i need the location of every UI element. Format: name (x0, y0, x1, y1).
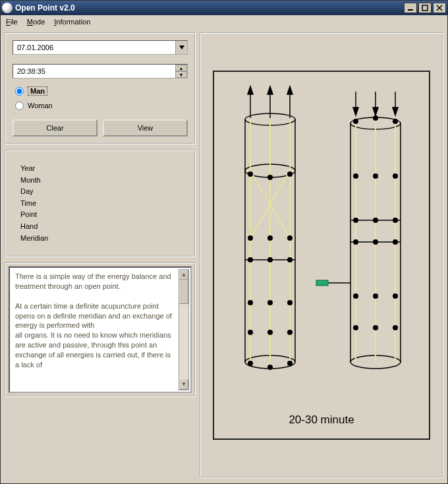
description-panel: There is a simple way of the energy bala… (5, 262, 196, 397)
info-list: Year Month Day Time Point Hand Meridian (13, 158, 188, 249)
close-icon (436, 5, 443, 11)
svg-marker-43 (373, 107, 378, 115)
menu-information[interactable]: Information (54, 18, 90, 26)
svg-point-56 (373, 115, 378, 121)
view-button[interactable]: View (103, 119, 188, 136)
scroll-thumb[interactable] (179, 280, 188, 304)
svg-point-72 (393, 325, 398, 330)
svg-point-62 (373, 218, 378, 223)
svg-point-37 (248, 361, 253, 366)
svg-point-22 (248, 171, 253, 177)
svg-point-61 (353, 218, 358, 223)
info-year: Year (20, 163, 180, 175)
left-column: 07.01.2006 20:38:35 ▲ ▼ Man (5, 32, 196, 478)
svg-point-71 (373, 325, 378, 330)
svg-point-67 (353, 293, 358, 299)
svg-point-35 (267, 330, 273, 335)
app-window: Open Point v2.0 File Mode Information 07… (0, 0, 448, 484)
time-spin-up[interactable]: ▲ (175, 65, 187, 71)
svg-point-30 (287, 257, 293, 262)
scroll-down-button[interactable]: ▼ (179, 379, 188, 390)
svg-marker-45 (393, 107, 398, 115)
radio-man-label: Man (28, 86, 47, 96)
radio-woman-row[interactable]: Woman (15, 100, 188, 111)
description-text: There is a simple way of the energy bala… (15, 272, 176, 369)
description-textbox[interactable]: There is a simple way of the energy bala… (9, 266, 192, 393)
info-time: Time (20, 198, 180, 210)
svg-point-39 (287, 361, 293, 366)
radio-woman[interactable] (15, 102, 24, 110)
svg-point-57 (393, 119, 398, 124)
app-icon (2, 3, 13, 13)
scroll-track[interactable] (179, 280, 188, 379)
radio-man-row[interactable]: Man (15, 85, 188, 97)
minimize-button[interactable] (404, 3, 417, 13)
svg-point-34 (248, 330, 253, 335)
maximize-button[interactable] (418, 3, 432, 13)
svg-point-66 (393, 239, 398, 245)
window-title: Open Point v2.0 (15, 3, 404, 13)
menu-mode[interactable]: Mode (27, 18, 45, 26)
svg-rect-74 (316, 280, 328, 286)
svg-point-26 (267, 235, 273, 241)
svg-rect-1 (422, 5, 428, 11)
diagram-frame: 20-30 minute (213, 71, 430, 440)
time-spin-down[interactable]: ▼ (175, 71, 187, 78)
svg-marker-10 (287, 86, 293, 94)
svg-point-63 (393, 218, 398, 223)
svg-point-64 (353, 239, 358, 245)
window-controls (404, 3, 446, 13)
svg-point-25 (248, 235, 253, 241)
clear-button-label: Clear (46, 124, 63, 132)
svg-point-60 (393, 173, 398, 179)
content-area: 07.01.2006 20:38:35 ▲ ▼ Man (1, 28, 447, 482)
info-day: Day (20, 186, 180, 198)
clear-button[interactable]: Clear (13, 119, 98, 136)
date-dropdown-button[interactable] (175, 41, 187, 54)
svg-point-29 (267, 257, 273, 262)
svg-point-59 (373, 173, 378, 179)
radio-man[interactable] (15, 87, 24, 96)
svg-marker-41 (353, 107, 358, 115)
info-hand: Hand (20, 221, 180, 233)
description-scrollbar[interactable]: ▲ ▼ (179, 269, 189, 390)
svg-point-70 (353, 325, 358, 330)
info-month: Month (20, 175, 180, 187)
minimize-icon (407, 5, 414, 11)
svg-point-27 (287, 235, 293, 241)
scroll-up-button[interactable]: ▲ (179, 270, 188, 280)
right-column: 20-30 minute (200, 32, 443, 478)
svg-point-28 (248, 257, 253, 262)
menu-file[interactable]: File (6, 18, 18, 26)
svg-marker-6 (248, 86, 253, 94)
svg-point-23 (267, 175, 273, 180)
button-row: Clear View (13, 119, 188, 136)
time-spinner: ▲ ▼ (175, 65, 187, 78)
svg-point-36 (287, 330, 293, 335)
svg-point-33 (287, 300, 293, 305)
radio-woman-label: Woman (28, 102, 53, 109)
svg-marker-4 (179, 45, 184, 49)
diagram-caption: 20-30 minute (214, 413, 429, 427)
svg-point-24 (287, 171, 293, 177)
diagram-panel: 20-30 minute (200, 32, 443, 478)
acupuncture-diagram (214, 72, 432, 441)
maximize-icon (422, 5, 428, 11)
inputs-panel: 07.01.2006 20:38:35 ▲ ▼ Man (5, 32, 196, 144)
svg-point-65 (373, 239, 378, 245)
menu-bar: File Mode Information (1, 15, 447, 28)
svg-point-38 (267, 365, 273, 370)
time-value: 20:38:35 (13, 67, 175, 75)
svg-point-55 (353, 119, 358, 124)
date-combo[interactable]: 07.01.2006 (13, 40, 188, 55)
svg-marker-8 (267, 86, 273, 94)
svg-point-58 (353, 173, 358, 179)
svg-point-69 (393, 293, 398, 299)
info-panel: Year Month Day Time Point Hand Meridian (5, 150, 196, 257)
view-button-label: View (138, 124, 154, 132)
svg-point-68 (373, 293, 378, 299)
title-bar: Open Point v2.0 (1, 1, 447, 15)
time-input[interactable]: 20:38:35 ▲ ▼ (13, 64, 188, 78)
svg-point-32 (267, 300, 273, 305)
close-button[interactable] (433, 3, 446, 13)
